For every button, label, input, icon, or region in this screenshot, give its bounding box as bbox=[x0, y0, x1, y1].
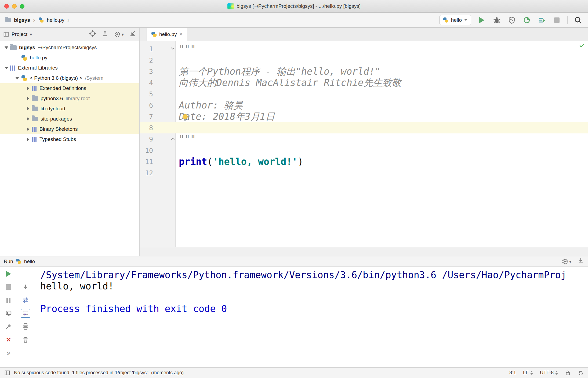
locate-file-button[interactable] bbox=[89, 30, 96, 38]
gutter[interactable]: 6 bbox=[140, 100, 176, 111]
tree-item-lib-dynload[interactable]: lib-dynload bbox=[0, 104, 139, 114]
chevron-collapsed-icon[interactable] bbox=[24, 86, 32, 90]
pin-tab-button[interactable] bbox=[4, 322, 13, 331]
project-panel-title[interactable]: Project bbox=[12, 31, 27, 37]
chevron-expanded-icon[interactable] bbox=[3, 46, 10, 49]
close-run-button[interactable] bbox=[4, 335, 13, 344]
intention-bulb-icon[interactable] bbox=[183, 114, 188, 119]
toolwindow-toggle-icon[interactable] bbox=[4, 370, 10, 376]
chevron-collapsed-icon[interactable] bbox=[24, 97, 32, 100]
print-button[interactable] bbox=[21, 322, 30, 331]
gutter[interactable]: 1 bbox=[140, 43, 176, 54]
scroll-to-end-icon bbox=[577, 257, 584, 264]
chevron-expanded-icon[interactable] bbox=[3, 67, 10, 69]
stop-button[interactable] bbox=[4, 282, 13, 292]
gutter[interactable]: 4 bbox=[140, 77, 176, 88]
tree-item-binary-skeletons[interactable]: Binary Skeletons bbox=[0, 124, 139, 134]
tree-item-typeshed-stubs[interactable]: Typeshed Stubs bbox=[0, 134, 139, 144]
rerun-button[interactable] bbox=[4, 269, 13, 278]
console-line bbox=[40, 292, 588, 303]
console-icon bbox=[5, 310, 12, 317]
tab-label: hello.py bbox=[159, 31, 177, 37]
gutter[interactable]: 9 bbox=[140, 133, 176, 145]
tab-hello-py[interactable]: hello.py bbox=[147, 28, 187, 41]
hide-panel-button[interactable] bbox=[129, 30, 136, 38]
code-line: 7 Date: 2018年3月1日 bbox=[140, 111, 588, 122]
tree-item-bigsys[interactable]: bigsys ~/PycharmProjects/bigsys bbox=[0, 42, 139, 53]
close-tab-icon[interactable] bbox=[179, 31, 183, 38]
window-title-area: bigsys [~/PycharmProjects/bigsys] - .../… bbox=[0, 3, 588, 9]
gutter[interactable]: 7 bbox=[140, 111, 176, 122]
gutter[interactable]: 8 bbox=[140, 122, 176, 133]
gutter[interactable]: 10 bbox=[140, 145, 176, 156]
scroll-to-end-button[interactable] bbox=[577, 257, 584, 266]
profiler-button[interactable] bbox=[522, 16, 531, 25]
gutter[interactable]: 12 bbox=[140, 167, 176, 179]
caret-position-widget[interactable]: 8:1 bbox=[509, 370, 516, 376]
project-panel-actions bbox=[89, 30, 136, 38]
chevron-down-icon bbox=[30, 31, 32, 37]
trash-icon bbox=[22, 336, 29, 343]
jump-to-end-button[interactable] bbox=[21, 282, 30, 292]
chevron-collapsed-icon[interactable] bbox=[24, 117, 32, 121]
chevron-collapsed-icon[interactable] bbox=[24, 137, 32, 141]
run-button[interactable] bbox=[477, 16, 486, 25]
collapse-all-button[interactable] bbox=[101, 30, 108, 38]
folder-icon bbox=[5, 18, 11, 22]
console-line: Process finished with exit code 0 bbox=[40, 303, 588, 314]
editor[interactable]: 1 """ 2 3 第一个Python程序 - 输出"hello, world!… bbox=[140, 41, 588, 247]
code-line: 12 bbox=[140, 167, 588, 179]
fold-down-icon[interactable] bbox=[171, 46, 175, 50]
more-actions-button[interactable] bbox=[4, 348, 13, 357]
run-toolbar-column-1 bbox=[0, 269, 17, 367]
line-separator-widget[interactable]: LF bbox=[523, 370, 533, 376]
library-icon bbox=[32, 137, 37, 142]
run-configuration-select[interactable]: hello bbox=[439, 15, 471, 25]
soft-wrap-button[interactable] bbox=[21, 309, 30, 318]
stop-button[interactable] bbox=[552, 16, 561, 25]
breadcrumb-file[interactable]: hello.py bbox=[47, 17, 64, 23]
console-output[interactable]: /System/Library/Frameworks/Python.framew… bbox=[34, 267, 588, 367]
run-settings-button[interactable] bbox=[561, 258, 571, 265]
python-file-icon bbox=[21, 54, 27, 61]
run-config-name[interactable]: hello bbox=[24, 259, 35, 264]
chevron-down-icon bbox=[464, 19, 467, 21]
code-line-current: 8 bbox=[140, 122, 588, 133]
debug-button[interactable] bbox=[492, 16, 501, 25]
chevron-collapsed-icon[interactable] bbox=[24, 127, 32, 131]
fold-up-icon[interactable] bbox=[171, 138, 175, 141]
gutter[interactable]: 11 bbox=[140, 156, 176, 167]
breadcrumb-project[interactable]: bigsys bbox=[14, 17, 30, 23]
pause-output-button[interactable] bbox=[4, 296, 13, 305]
gutter[interactable]: 5 bbox=[140, 88, 176, 100]
tree-item-hello-py[interactable]: hello.py bbox=[0, 53, 139, 63]
folder-icon bbox=[32, 96, 38, 101]
chevron-collapsed-icon[interactable] bbox=[24, 107, 32, 111]
run-panel-title[interactable]: Run bbox=[4, 259, 13, 264]
encoding-widget[interactable]: UTF-8 bbox=[540, 370, 558, 376]
search-icon bbox=[574, 16, 582, 24]
restore-layout-button[interactable] bbox=[21, 296, 30, 305]
chevron-expanded-icon[interactable] bbox=[13, 77, 21, 79]
hector-inspector-button[interactable] bbox=[578, 370, 584, 376]
tree-item-extended-definitions[interactable]: Extended Definitions bbox=[0, 83, 139, 93]
tree-item-site-packages[interactable]: site-packages bbox=[0, 114, 139, 124]
concurrency-button[interactable] bbox=[537, 16, 546, 25]
show-console-button[interactable] bbox=[4, 309, 13, 318]
library-icon bbox=[32, 127, 37, 132]
tree-item-python36-library-root[interactable]: python3.6 library root bbox=[0, 93, 139, 104]
search-everywhere-button[interactable] bbox=[574, 16, 583, 25]
python-icon bbox=[443, 17, 449, 23]
arrow-down-icon bbox=[22, 284, 29, 290]
gutter[interactable]: 3 bbox=[140, 66, 176, 77]
horizontal-scrollbar[interactable] bbox=[140, 247, 588, 256]
tree-item-python-interpreter[interactable]: < Python 3.6 (bigsys) > /System bbox=[0, 73, 139, 83]
gutter[interactable]: 2 bbox=[140, 54, 176, 66]
readonly-lock-button[interactable] bbox=[565, 370, 571, 376]
clear-all-button[interactable] bbox=[21, 335, 30, 344]
settings-gear-button[interactable] bbox=[114, 31, 124, 38]
tree-item-external-libraries[interactable]: External Libraries bbox=[0, 63, 139, 73]
coverage-button[interactable] bbox=[507, 16, 516, 25]
gear-icon bbox=[561, 258, 568, 265]
chevron-right-icon bbox=[67, 16, 70, 24]
